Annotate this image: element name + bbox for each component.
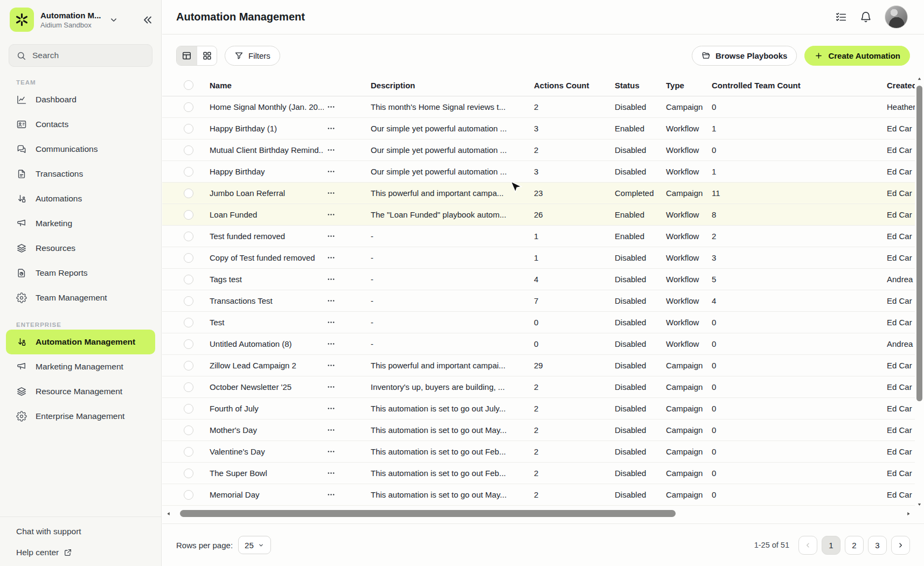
automation-name[interactable]: Valentine's Day	[210, 447, 324, 456]
automation-name[interactable]: Untitled Automation (8)	[210, 339, 324, 348]
automation-name[interactable]: Mother's Day	[210, 425, 324, 435]
row-menu-button[interactable]	[324, 208, 338, 222]
row-checkbox[interactable]	[184, 361, 193, 371]
row-menu-button[interactable]	[324, 380, 338, 394]
automation-name[interactable]: Test funded removed	[210, 232, 324, 241]
row-checkbox[interactable]	[184, 232, 193, 241]
row-menu-button[interactable]	[324, 488, 338, 502]
row-menu-button[interactable]	[324, 337, 338, 351]
row-checkbox[interactable]	[184, 447, 193, 457]
table-view-button[interactable]	[177, 46, 197, 65]
row-menu-button[interactable]	[324, 423, 338, 437]
page-button-2[interactable]: 2	[845, 536, 864, 555]
automation-name[interactable]: Test	[210, 318, 324, 327]
row-menu-button[interactable]	[324, 402, 338, 416]
row-checkbox[interactable]	[184, 188, 193, 198]
help-center-link[interactable]: Help center	[16, 548, 161, 557]
create-automation-button[interactable]: Create Automation	[804, 46, 910, 66]
row-menu-button[interactable]	[324, 445, 338, 459]
page-button-1[interactable]: 1	[822, 536, 840, 555]
sidebar-item-team-reports[interactable]: Team Reports	[0, 261, 161, 285]
row-checkbox[interactable]	[184, 318, 193, 327]
tasks-checklist-icon[interactable]	[835, 11, 847, 23]
sidebar-item-resource-management[interactable]: Resource Management	[0, 379, 161, 404]
table-row: Transactions Test-7DisabledWorkflow4Ed C…	[162, 290, 915, 312]
row-checkbox[interactable]	[184, 382, 193, 392]
automation-name[interactable]: Zillow Lead Campaign 2	[210, 361, 324, 370]
sidebar-item-marketing-management[interactable]: Marketing Management	[0, 354, 161, 379]
scroll-left-icon[interactable]	[165, 510, 172, 518]
row-menu-button[interactable]	[324, 165, 338, 179]
row-menu-button[interactable]	[324, 316, 338, 330]
horizontal-scrollbar-thumb[interactable]	[180, 510, 676, 517]
sidebar-item-communications[interactable]: Communications	[0, 137, 161, 162]
sidebar-item-marketing[interactable]: Marketing	[0, 211, 161, 236]
automation-name[interactable]: Jumbo Loan Referral	[210, 188, 324, 198]
sidebar-collapse-button[interactable]	[142, 14, 154, 26]
automation-name[interactable]: Loan Funded	[210, 210, 324, 219]
previous-page-button[interactable]	[798, 536, 817, 555]
row-menu-button[interactable]	[324, 294, 338, 308]
automation-name[interactable]: Copy of Test funded removed	[210, 253, 324, 262]
automation-name[interactable]: October Newsletter '25	[210, 382, 324, 392]
row-checkbox[interactable]	[184, 253, 193, 263]
sidebar-item-team-management[interactable]: Team Management	[0, 285, 161, 310]
chat-support-link[interactable]: Chat with support	[16, 527, 161, 536]
row-checkbox[interactable]	[184, 167, 193, 177]
scroll-down-icon[interactable]	[916, 501, 923, 508]
automation-name[interactable]: Fourth of July	[210, 404, 324, 413]
row-checkbox[interactable]	[184, 124, 193, 134]
sidebar-item-enterprise-management[interactable]: Enterprise Management	[0, 404, 161, 429]
sidebar-item-automation-management[interactable]: Automation Management	[6, 330, 155, 354]
row-checkbox[interactable]	[184, 425, 193, 435]
next-page-button[interactable]	[891, 536, 910, 555]
automation-name[interactable]: The Super Bowl	[210, 469, 324, 478]
row-menu-cell	[324, 380, 371, 394]
row-menu-button[interactable]	[324, 251, 338, 265]
automation-name[interactable]: Mutual Client Birthday Remind...	[210, 145, 324, 155]
notifications-bell-icon[interactable]	[860, 11, 872, 23]
sidebar-item-transactions[interactable]: Transactions	[0, 162, 161, 186]
automation-name[interactable]: Happy Birthday	[210, 167, 324, 176]
sidebar-item-resources[interactable]: Resources	[0, 236, 161, 261]
browse-playbooks-button[interactable]: Browse Playbooks	[692, 46, 797, 66]
horizontal-scrollbar[interactable]	[165, 509, 912, 519]
automation-name[interactable]: Happy Birthday (1)	[210, 124, 324, 133]
automation-name[interactable]: Tags test	[210, 275, 324, 284]
sidebar-item-automations[interactable]: Automations	[0, 186, 161, 211]
row-menu-button[interactable]	[324, 466, 338, 480]
row-checkbox[interactable]	[184, 339, 193, 349]
page-button-3[interactable]: 3	[868, 536, 887, 555]
user-avatar[interactable]	[885, 5, 908, 29]
row-menu-button[interactable]	[324, 100, 338, 114]
row-checkbox[interactable]	[184, 469, 193, 478]
grid-view-button[interactable]	[197, 46, 217, 65]
row-checkbox[interactable]	[184, 490, 193, 500]
sidebar-item-dashboard[interactable]: Dashboard	[0, 87, 161, 112]
scroll-right-icon[interactable]	[905, 510, 912, 518]
row-checkbox[interactable]	[184, 296, 193, 306]
filters-button[interactable]: Filters	[225, 46, 280, 66]
row-checkbox[interactable]	[184, 404, 193, 414]
sidebar-item-contacts[interactable]: Contacts	[0, 112, 161, 137]
vertical-scrollbar[interactable]	[916, 75, 923, 508]
row-checkbox[interactable]	[184, 102, 193, 112]
row-checkbox[interactable]	[184, 275, 193, 284]
row-menu-button[interactable]	[324, 143, 338, 157]
row-menu-button[interactable]	[324, 186, 338, 200]
automation-name[interactable]: Memorial Day	[210, 490, 324, 499]
automation-name[interactable]: Home Signal Monthly (Jan. 20...	[210, 102, 324, 111]
row-menu-button[interactable]	[324, 359, 338, 373]
row-menu-button[interactable]	[324, 229, 338, 243]
row-menu-button[interactable]	[324, 272, 338, 287]
rows-per-page-select[interactable]: 25	[238, 536, 271, 554]
scroll-up-icon[interactable]	[916, 75, 923, 82]
row-menu-button[interactable]	[324, 122, 338, 136]
workspace-switcher[interactable]: Automation M... Aidium Sandbox	[0, 0, 161, 37]
select-all-checkbox[interactable]	[184, 80, 193, 90]
row-checkbox[interactable]	[184, 210, 193, 220]
search-input[interactable]: Search	[9, 44, 152, 67]
vertical-scrollbar-thumb[interactable]	[916, 86, 922, 401]
row-checkbox[interactable]	[184, 145, 193, 155]
automation-name[interactable]: Transactions Test	[210, 296, 324, 305]
